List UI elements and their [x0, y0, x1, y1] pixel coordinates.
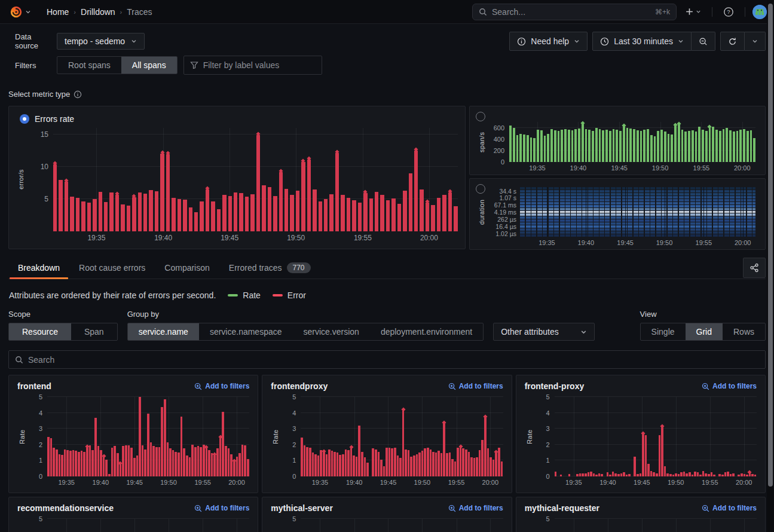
- time-range-picker[interactable]: Last 30 minutes: [592, 32, 692, 51]
- svg-text:?: ?: [727, 8, 730, 15]
- zoom-out-icon: [699, 37, 708, 46]
- duration-panel: duration34.4 s1.07 s67.1 ms4.19 ms262 µs…: [469, 178, 766, 250]
- tab-breakdown[interactable]: Breakdown: [8, 256, 69, 279]
- add-to-filters-label: Add to filters: [205, 382, 249, 390]
- groupby-service-namespace[interactable]: service.namespace: [199, 323, 293, 340]
- info-circle-icon[interactable]: [74, 90, 82, 99]
- user-avatar[interactable]: [752, 5, 767, 19]
- time-controls: Need help Last 30 minutes: [509, 32, 766, 51]
- refresh-icon: [728, 37, 737, 46]
- other-attributes-select[interactable]: Other attributes: [493, 323, 595, 341]
- breakdown-controls: Scope Resource Span Group by service.nam…: [8, 310, 766, 341]
- breadcrumb-traces[interactable]: Traces: [127, 7, 152, 17]
- errors-rate-radio[interactable]: [20, 114, 29, 124]
- scrollbar-thumb[interactable]: [768, 4, 773, 487]
- card-frontend: frontend Add to filters Rate01234519:351…: [8, 375, 258, 493]
- error-legend-swatch: [273, 294, 283, 296]
- root-spans-option[interactable]: Root spans: [57, 57, 121, 74]
- legend-text: Attributes are ordered by their rate of …: [9, 291, 216, 300]
- datasource-row: Data source tempo - sedemo Need help: [8, 32, 766, 51]
- groupby-deployment-environment[interactable]: deployment.environment: [370, 323, 483, 340]
- tab-root-cause-label: Root cause errors: [79, 263, 145, 273]
- groupby-service-name[interactable]: service.name: [128, 323, 199, 340]
- datasource-picker[interactable]: tempo - sedemo: [57, 33, 145, 50]
- breadcrumb-separator: ›: [120, 8, 123, 16]
- scope-label: Scope: [8, 310, 118, 319]
- scope-resource-option[interactable]: Resource: [9, 323, 71, 340]
- refresh-button[interactable]: [720, 32, 745, 51]
- scope-span-option[interactable]: Span: [71, 323, 117, 340]
- add-to-filters-button[interactable]: Add to filters: [448, 382, 503, 390]
- error-legend-label: Error: [287, 291, 306, 300]
- chevron-down-icon: [574, 38, 580, 44]
- new-menu-button[interactable]: [681, 5, 705, 19]
- card-frontend-proxy: frontend-proxy Add to filters Rate012345…: [516, 375, 766, 493]
- tab-root-cause-errors[interactable]: Root cause errors: [69, 256, 155, 279]
- add-to-filters-button[interactable]: Add to filters: [194, 382, 249, 390]
- grafana-logo-menu[interactable]: [7, 5, 33, 19]
- view-rows-option[interactable]: Rows: [723, 323, 765, 340]
- groupby-service-version[interactable]: service.version: [293, 323, 370, 340]
- tabs-bar: Breakdown Root cause errors Comparison E…: [8, 256, 766, 279]
- scrollbar-track[interactable]: [767, 0, 774, 532]
- breadcrumb-drilldown[interactable]: Drilldown: [81, 7, 115, 17]
- chevron-down-icon: [752, 38, 758, 44]
- errors-rate-chart: error/s51015 19:3519:4019:4519:5019:5520…: [16, 128, 458, 243]
- rate-legend-swatch: [228, 294, 238, 296]
- datasource-label: Data source: [8, 32, 57, 50]
- frontendproxy-rate-chart: Rate01234519:3519:4019:4519:5019:5520:00: [271, 397, 503, 488]
- add-to-filters-button[interactable]: Add to filters: [448, 504, 503, 512]
- label-filter-field[interactable]: [203, 60, 316, 70]
- view-label: View: [640, 310, 766, 319]
- label-filter-input[interactable]: [183, 56, 322, 75]
- tab-comparison[interactable]: Comparison: [155, 256, 219, 279]
- help-icon: ?: [723, 7, 734, 17]
- span-rate-radio[interactable]: [476, 112, 485, 121]
- mythical-server-rate-chart: Rate01234519:3519:4019:4519:5019:5520:00: [271, 519, 503, 532]
- rate-legend-label: Rate: [243, 291, 261, 300]
- card-title: mythical-requester: [525, 503, 599, 513]
- span-rate-chart: span/s0200400600 19:3519:4019:4519:5019:…: [477, 122, 755, 173]
- breakdown-search-row: [8, 350, 766, 369]
- share-button[interactable]: [743, 258, 766, 278]
- add-to-filters-button[interactable]: Add to filters: [702, 382, 757, 390]
- errors-rate-option[interactable]: Errors rate: [16, 112, 458, 126]
- help-button[interactable]: ?: [720, 4, 738, 20]
- refresh-interval-dropdown[interactable]: [745, 32, 766, 51]
- add-to-filters-button[interactable]: Add to filters: [702, 504, 757, 512]
- card-title: frontend: [17, 381, 51, 391]
- search-shortcut: ⌘+k: [655, 8, 670, 16]
- chevron-down-icon: [580, 329, 587, 335]
- global-search-input[interactable]: Search... ⌘+k: [472, 4, 677, 20]
- need-help-button[interactable]: Need help: [509, 32, 588, 51]
- errors-rate-label: Errors rate: [35, 114, 74, 124]
- breakdown-search-input[interactable]: [8, 350, 766, 369]
- add-to-filters-label: Add to filters: [205, 504, 249, 512]
- frontend-proxy-rate-chart: Rate01234519:3519:4019:4519:5019:5520:00: [525, 397, 757, 488]
- groupby-block: Group by service.name service.namespace …: [127, 310, 595, 341]
- time-range-label: Last 30 minutes: [614, 36, 673, 46]
- tab-errored-label: Errored traces: [229, 263, 282, 273]
- search-plus-icon: [194, 505, 202, 512]
- metric-type-row: Select metric type: [8, 90, 766, 99]
- breakdown-search-field[interactable]: [28, 355, 759, 365]
- view-single-option[interactable]: Single: [641, 323, 686, 340]
- chevron-down-icon: [696, 9, 701, 14]
- plus-icon: [685, 7, 694, 16]
- mythical-requester-rate-chart: Rate01234519:3519:4019:4519:5019:5520:00: [525, 519, 757, 532]
- search-plus-icon: [702, 383, 709, 390]
- search-plus-icon: [702, 505, 709, 512]
- add-to-filters-label: Add to filters: [459, 504, 503, 512]
- add-to-filters-button[interactable]: Add to filters: [194, 504, 249, 512]
- zoom-out-time-button[interactable]: [692, 32, 715, 51]
- nav-divider: [712, 7, 712, 17]
- view-grid-option[interactable]: Grid: [686, 323, 723, 340]
- add-to-filters-label: Add to filters: [459, 382, 503, 390]
- card-mythical-requester: mythical-requester Add to filters Rate01…: [516, 497, 766, 532]
- breadcrumb-home[interactable]: Home: [47, 7, 69, 17]
- add-to-filters-label: Add to filters: [712, 382, 757, 390]
- groupby-label: Group by: [127, 310, 595, 319]
- time-picker-group: Last 30 minutes: [592, 32, 715, 51]
- tab-errored-traces[interactable]: Errored traces 770: [219, 256, 320, 279]
- all-spans-option[interactable]: All spans: [121, 57, 177, 74]
